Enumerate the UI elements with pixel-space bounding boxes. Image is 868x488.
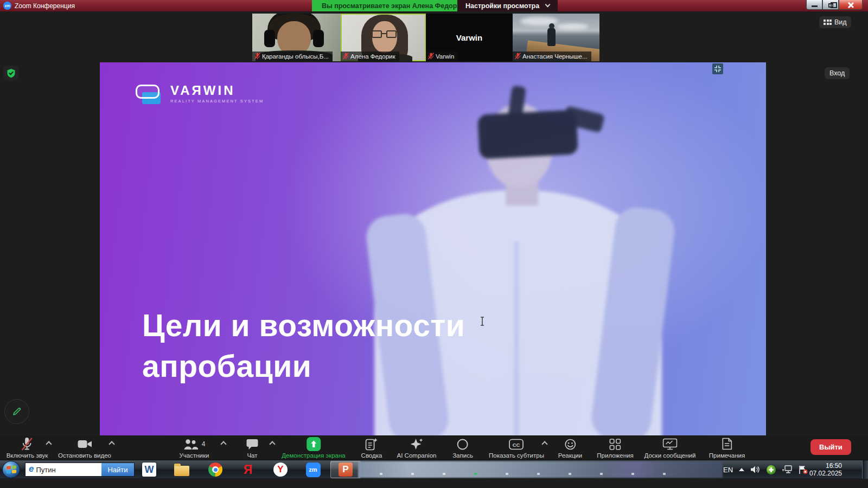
- chevron-down-icon: [545, 2, 551, 8]
- svg-text:CC: CC: [513, 441, 520, 447]
- signin-button[interactable]: Вход: [825, 67, 850, 79]
- participants-options-chevron[interactable]: [220, 441, 226, 447]
- notes-icon: [721, 437, 733, 451]
- window-controls: [806, 0, 863, 10]
- whiteboard-icon: [663, 437, 678, 451]
- chrome-icon: [208, 463, 222, 477]
- search-input[interactable]: Путин: [36, 466, 101, 474]
- cc-icon: CC: [509, 437, 524, 451]
- window-title: Zoom Конференция: [15, 2, 75, 10]
- captions-button[interactable]: CC Показать субтитры: [489, 437, 544, 459]
- notes-button[interactable]: Примечания: [709, 437, 745, 459]
- windows-logo-icon: [7, 466, 16, 474]
- varwin-logo: VAЯWIN REALITY MANAGEMENT SYSTEM: [136, 84, 264, 104]
- whiteboards-button[interactable]: Доски сообщений: [644, 437, 696, 459]
- antivirus-icon[interactable]: [767, 465, 776, 474]
- apps-button[interactable]: Приложения: [597, 437, 633, 459]
- language-indicator[interactable]: EN: [723, 466, 733, 474]
- cursor-ibeam: [480, 317, 485, 326]
- yandex-icon: Я: [244, 463, 253, 477]
- zoom-taskbar-icon: zm: [306, 463, 321, 477]
- logo-tagline: REALITY MANAGEMENT SYSTEM: [170, 99, 264, 104]
- tray-date: 07.02.2025: [802, 470, 842, 477]
- participant-tile-2[interactable]: Алена Федорик: [341, 14, 426, 61]
- taskbar-chrome-button[interactable]: [200, 461, 231, 478]
- participant-name-label: Varwin: [426, 52, 458, 61]
- ai-sparkle-icon: [410, 437, 424, 451]
- summary-button[interactable]: Сводка: [361, 437, 382, 459]
- view-settings-label: Настройки просмотра: [465, 2, 539, 10]
- folder-icon: [174, 466, 189, 476]
- restore-button[interactable]: [822, 0, 839, 10]
- share-screen-icon: [307, 437, 321, 451]
- leave-meeting-button[interactable]: Выйти: [810, 439, 851, 455]
- start-button[interactable]: [2, 461, 20, 478]
- grid-view-icon: [824, 20, 832, 25]
- taskbar-powerpoint-button[interactable]: P: [330, 461, 361, 478]
- chat-button[interactable]: Чат: [246, 437, 259, 459]
- stop-video-button[interactable]: Остановить видео: [58, 437, 111, 459]
- muted-mic-icon: [428, 53, 434, 60]
- yandex-browser-icon: Y: [273, 463, 288, 477]
- window-titlebar: zm Zoom Конференция Вы просматриваете эк…: [0, 0, 868, 11]
- close-button[interactable]: [839, 0, 863, 10]
- participant-name-label: Қарағанды облысы,Б...: [252, 52, 333, 61]
- participants-icon: [183, 439, 199, 450]
- zoom-meeting-window: zm Zoom Конференция Вы просматриваете эк…: [0, 0, 868, 488]
- mic-muted-icon: [21, 437, 34, 451]
- network-icon[interactable]: [782, 465, 792, 474]
- share-screen-button[interactable]: Демонстрация экрана: [282, 437, 346, 459]
- internet-explorer-icon: e: [29, 464, 34, 474]
- muted-mic-icon: [254, 53, 260, 60]
- chat-icon: [246, 437, 259, 451]
- participant-tile-1[interactable]: Қарағанды облысы,Б...: [252, 14, 341, 61]
- powerpoint-icon: P: [339, 463, 353, 477]
- zoom-app-icon: zm: [3, 2, 11, 10]
- smiley-icon: [564, 437, 577, 451]
- minimize-icon: [812, 5, 818, 7]
- glasses-icon: [372, 30, 382, 38]
- expand-icon: [714, 65, 722, 73]
- shared-screen-slide: VAЯWIN REALITY MANAGEMENT SYSTEM Цели и …: [100, 62, 766, 435]
- chat-options-chevron[interactable]: [269, 441, 275, 447]
- ai-companion-button[interactable]: AI Companion: [397, 437, 437, 459]
- minimize-button[interactable]: [806, 0, 822, 10]
- participant-name-label: Анастасия Черныше...: [513, 52, 591, 61]
- volume-icon[interactable]: [750, 465, 761, 474]
- participants-count-badge: 4: [202, 440, 206, 448]
- apps-grid-icon: [609, 437, 621, 451]
- preview-dots: [380, 473, 705, 475]
- tray-time: 16:50: [802, 462, 842, 470]
- record-icon: [456, 437, 469, 451]
- search-submit-button[interactable]: Найти: [101, 463, 134, 476]
- taskbar-search[interactable]: e Путин Найти: [25, 463, 135, 477]
- unmute-button[interactable]: Включить звук: [7, 437, 48, 459]
- participants-button[interactable]: 4 Участники: [180, 437, 209, 459]
- show-desktop-button[interactable]: [862, 460, 868, 479]
- taskbar-clock[interactable]: 16:50 07.02.2025: [802, 462, 842, 477]
- security-shield-icon[interactable]: [3, 66, 18, 81]
- meeting-toolbar: Включить звук Остановить видео 4 Участни…: [0, 435, 868, 460]
- taskbar-yandex-browser-button[interactable]: Y: [265, 461, 296, 478]
- muted-mic-icon: [343, 53, 349, 60]
- taskbar-zoom-button[interactable]: zm: [298, 461, 328, 478]
- close-icon: [847, 2, 854, 8]
- varwin-logo-icon: [136, 85, 164, 103]
- taskbar-explorer-button[interactable]: [167, 461, 197, 478]
- reactions-button[interactable]: Реакции: [558, 437, 582, 459]
- camera-icon: [78, 437, 92, 451]
- participant-tile-3[interactable]: Varwin Varwin: [426, 14, 513, 61]
- annotate-button[interactable]: [4, 399, 29, 424]
- record-button[interactable]: Запись: [452, 437, 473, 459]
- participant-tile-4[interactable]: Анастасия Черныше...: [513, 14, 599, 61]
- hidden-icons-chevron[interactable]: [739, 468, 744, 471]
- participant-name-label: Алена Федорик: [341, 52, 399, 61]
- taskbar-yandex-button[interactable]: Я: [233, 461, 263, 478]
- taskbar-word-button[interactable]: W: [134, 461, 164, 478]
- fullscreen-toggle-button[interactable]: [712, 63, 723, 74]
- vr-headset: [477, 110, 578, 159]
- pencil-icon: [11, 406, 23, 418]
- view-settings-menu[interactable]: Настройки просмотра: [457, 0, 558, 11]
- view-button[interactable]: Вид: [819, 16, 851, 28]
- restore-icon: [828, 3, 833, 8]
